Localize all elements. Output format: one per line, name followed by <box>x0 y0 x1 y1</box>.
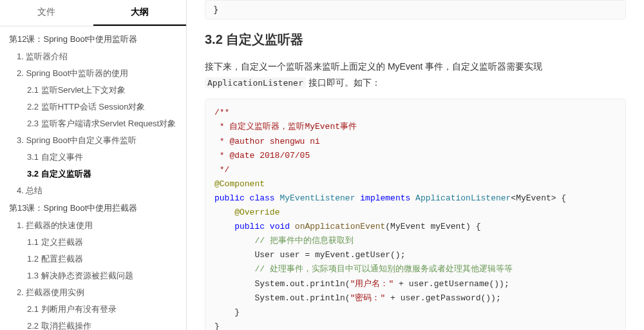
outline-item[interactable]: 1. 拦截器的快速使用 <box>13 217 186 234</box>
outline-list[interactable]: 第12课：Spring Boot中使用监听器1. 监听器介绍2. Spring … <box>0 26 186 330</box>
inline-code: ApplicationListener <box>205 77 306 88</box>
tabs: 文件 大纲 <box>0 0 186 26</box>
outline-item[interactable]: 1. 监听器介绍 <box>13 48 186 65</box>
outline-item[interactable]: 4. 总结 <box>13 182 186 199</box>
sidebar: 文件 大纲 第12课：Spring Boot中使用监听器1. 监听器介绍2. S… <box>0 0 187 330</box>
outline-item[interactable]: 2.2 取消拦截操作 <box>23 318 186 330</box>
outline-item[interactable]: 3. Spring Boot中自定义事件监听 <box>13 132 186 149</box>
outline-item[interactable]: 1.1 定义拦截器 <box>23 234 186 251</box>
outline-item[interactable]: 2.3 监听客户端请求Servlet Request对象 <box>23 115 186 132</box>
tab-outline[interactable]: 大纲 <box>93 0 187 26</box>
outline-item[interactable]: 2.1 监听Servlet上下文对象 <box>23 82 186 99</box>
outline-item[interactable]: 1.2 配置拦截器 <box>23 251 186 267</box>
outline-item[interactable]: 3.1 自定义事件 <box>23 149 186 166</box>
content-area[interactable]: } 3.2 自定义监听器 接下来，自定义一个监听器来监听上面定义的 MyEven… <box>187 0 644 330</box>
section-heading: 3.2 自定义监听器 <box>205 31 626 48</box>
outline-item[interactable]: 1.3 解决静态资源被拦截问题 <box>23 267 186 284</box>
outline-lesson[interactable]: 第13课：Spring Boot中使用拦截器 <box>5 199 186 217</box>
code-block: /** * 自定义监听器，监听MyEvent事件 * @author sheng… <box>205 99 626 330</box>
outline-lesson[interactable]: 第12课：Spring Boot中使用监听器 <box>5 30 186 48</box>
outline-item[interactable]: 2.2 监听HTTP会话 Session对象 <box>23 99 186 115</box>
prev-code-tail: } <box>205 0 626 19</box>
intro-paragraph: 接下来，自定义一个监听器来监听上面定义的 MyEvent 事件，自定义监听器需要… <box>205 59 626 91</box>
outline-item[interactable]: 2. Spring Boot中监听器的使用 <box>13 65 186 82</box>
outline-item[interactable]: 2.1 判断用户有没有登录 <box>23 301 186 318</box>
tab-file[interactable]: 文件 <box>0 0 93 26</box>
outline-item[interactable]: 2. 拦截器使用实例 <box>13 284 186 301</box>
outline-item[interactable]: 3.2 自定义监听器 <box>23 166 186 182</box>
